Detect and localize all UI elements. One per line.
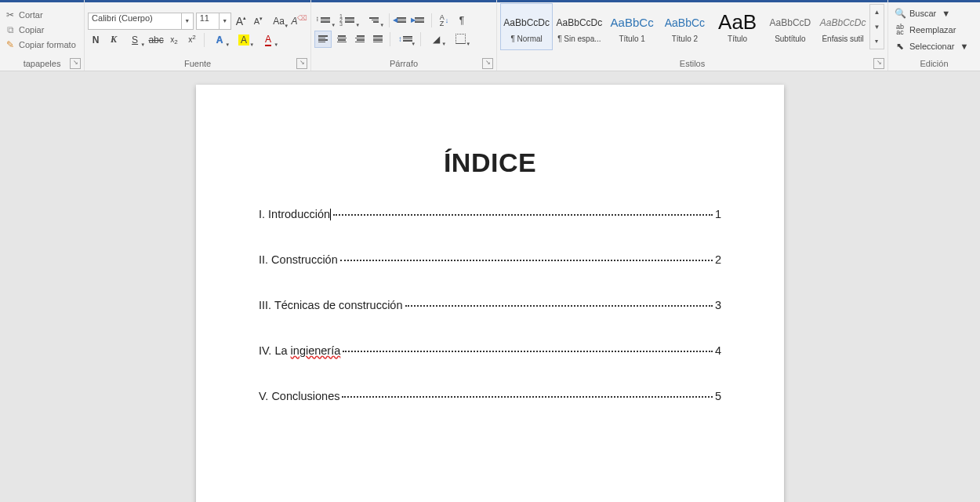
group-styles: AaBbCcDc¶ NormalAaBbCcDc¶ Sin espa...AaB… <box>497 0 888 71</box>
chevron-down-icon: ▼ <box>181 13 193 29</box>
document-workspace[interactable]: ÍNDICE I. Introducción1II. Construcción2… <box>0 71 980 71</box>
font-name-combo[interactable]: Calibri (Cuerpo)▼ <box>88 13 194 30</box>
style-label: Título 1 <box>619 35 644 43</box>
styles-group-label: Estilos <box>680 59 705 68</box>
shading-button[interactable]: ◢▼ <box>425 31 447 47</box>
brush-icon: ✎ <box>5 39 16 50</box>
separator <box>420 32 421 46</box>
style-preview: AaBbCcDc <box>557 11 603 35</box>
line-spacing-icon: ↕ <box>398 35 402 43</box>
copy-button[interactable]: ⧉Copiar <box>3 24 81 36</box>
style-label: ¶ Normal <box>510 35 542 43</box>
align-right-icon <box>355 35 365 42</box>
chevron-up-icon[interactable]: ▲ <box>870 5 884 20</box>
font-color-icon: A <box>265 34 271 46</box>
style-gallery-more[interactable]: ▲▼▾ <box>869 4 884 49</box>
shrink-font-button[interactable]: A▾ <box>251 13 266 29</box>
font-name-value: Calibri (Cuerpo) <box>92 13 153 23</box>
numbering-button[interactable]: 123▼ <box>339 13 361 28</box>
align-right-button[interactable] <box>352 31 368 47</box>
borders-button[interactable]: ▼ <box>449 31 471 47</box>
style-label: Subtítulo <box>775 35 805 43</box>
paragraph-dialog-launcher[interactable]: ↘ <box>482 58 493 69</box>
strikethrough-button[interactable]: abc <box>148 32 164 48</box>
style-label: ¶ Sin espa... <box>557 35 601 43</box>
bucket-icon: ◢ <box>433 34 440 45</box>
justify-button[interactable] <box>370 31 386 47</box>
editing-group-label: Edición <box>920 59 948 68</box>
subscript-button[interactable]: x2 <box>166 32 182 48</box>
highlight-icon: A <box>238 35 249 45</box>
borders-icon <box>456 34 466 44</box>
clipboard-group-label: tapapeles <box>24 59 61 68</box>
find-label: Buscar <box>909 9 936 18</box>
chevron-down-icon[interactable]: ▼ <box>870 20 884 35</box>
align-left-button[interactable] <box>314 31 332 48</box>
line-spacing-button[interactable]: ↕▼ <box>394 31 416 47</box>
font-dialog-launcher[interactable]: ↘ <box>296 58 307 69</box>
group-font: Calibri (Cuerpo)▼ 11▼ A▴ A▾ Aa▼ A⌫ N K S… <box>85 0 311 71</box>
bold-icon: N <box>93 35 100 45</box>
bold-button[interactable]: N <box>88 32 103 48</box>
grow-font-button[interactable]: A▴ <box>234 13 249 29</box>
align-center-button[interactable] <box>334 31 350 47</box>
style-item-5[interactable]: AaBbCcDSubtítulo <box>764 3 816 50</box>
font-size-combo[interactable]: 11▼ <box>196 13 231 30</box>
multilevel-icon <box>369 17 379 23</box>
copy-icon: ⧉ <box>5 24 16 35</box>
style-preview: AaBbCc <box>611 11 654 35</box>
style-item-3[interactable]: AaBbCcTítulo 2 <box>659 3 711 50</box>
cut-label: Cortar <box>19 10 43 20</box>
text-effects-button[interactable]: A▼ <box>209 32 230 48</box>
style-item-1[interactable]: AaBbCcDc¶ Sin espa... <box>553 3 605 50</box>
styles-dialog-launcher[interactable]: ↘ <box>873 58 884 69</box>
pilcrow-icon: ¶ <box>459 15 464 26</box>
bullets-button[interactable]: ⠇▼ <box>314 13 336 28</box>
show-marks-button[interactable]: ¶ <box>454 13 470 28</box>
style-item-2[interactable]: AaBbCcTítulo 1 <box>606 3 659 50</box>
style-preview: AaBbCc <box>665 11 705 35</box>
clipboard-dialog-launcher[interactable]: ↘ <box>70 58 81 69</box>
indent-icon <box>415 17 424 23</box>
replace-button[interactable]: abacReemplazar <box>891 23 977 37</box>
sort-button[interactable]: AZ↓ <box>436 13 452 28</box>
font-color-button[interactable]: A▼ <box>257 32 279 48</box>
style-item-0[interactable]: AaBbCcDc¶ Normal <box>500 3 553 50</box>
separator <box>431 13 432 27</box>
search-icon: 🔍 <box>895 8 906 19</box>
style-label: Título 2 <box>672 35 698 43</box>
style-preview: AaBbCcDc <box>820 11 866 35</box>
decrease-indent-button[interactable]: ◀ <box>394 13 409 28</box>
change-case-button[interactable]: Aa▼ <box>268 13 289 29</box>
underline-icon: S <box>132 35 138 45</box>
find-button[interactable]: 🔍Buscar▼ <box>891 6 977 20</box>
style-gallery[interactable]: AaBbCcDc¶ NormalAaBbCcDc¶ Sin espa...AaB… <box>500 3 884 50</box>
separator <box>390 32 390 46</box>
group-editing: 🔍Buscar▼ abacReemplazar ⬉Seleccionar▼ Ed… <box>888 0 980 71</box>
increase-indent-button[interactable]: ▶ <box>412 13 427 28</box>
replace-label: Reemplazar <box>909 25 956 35</box>
expand-icon[interactable]: ▾ <box>870 34 884 49</box>
chevron-down-icon: ▼ <box>219 13 230 29</box>
replace-icon: abac <box>895 24 906 35</box>
superscript-button[interactable]: x2 <box>184 32 200 48</box>
font-size-value: 11 <box>200 13 209 23</box>
italic-icon: K <box>111 34 117 45</box>
underline-button[interactable]: S▼ <box>124 32 146 48</box>
separator <box>389 13 390 27</box>
style-item-4[interactable]: AaBTítulo <box>711 3 764 50</box>
highlight-button[interactable]: A▼ <box>233 32 255 48</box>
text-effects-icon: A <box>216 35 223 45</box>
style-item-6[interactable]: AaBbCcDcÉnfasis sutil <box>817 3 869 50</box>
clear-formatting-button[interactable]: A⌫ <box>292 13 307 29</box>
font-group-label: Fuente <box>184 59 211 68</box>
format-painter-button[interactable]: ✎Copiar formato <box>3 38 81 51</box>
align-left-icon <box>318 35 328 42</box>
style-preview: AaBbCcDc <box>503 11 550 35</box>
cut-button[interactable]: ✂Cortar <box>3 9 81 21</box>
multilevel-button[interactable]: ▼ <box>363 13 385 28</box>
italic-button[interactable]: K <box>106 32 122 48</box>
bullets-icon <box>321 17 330 23</box>
select-button[interactable]: ⬉Seleccionar▼ <box>891 39 977 53</box>
group-clipboard: ✂Cortar ⧉Copiar ✎Copiar formato tapapele… <box>0 0 85 71</box>
